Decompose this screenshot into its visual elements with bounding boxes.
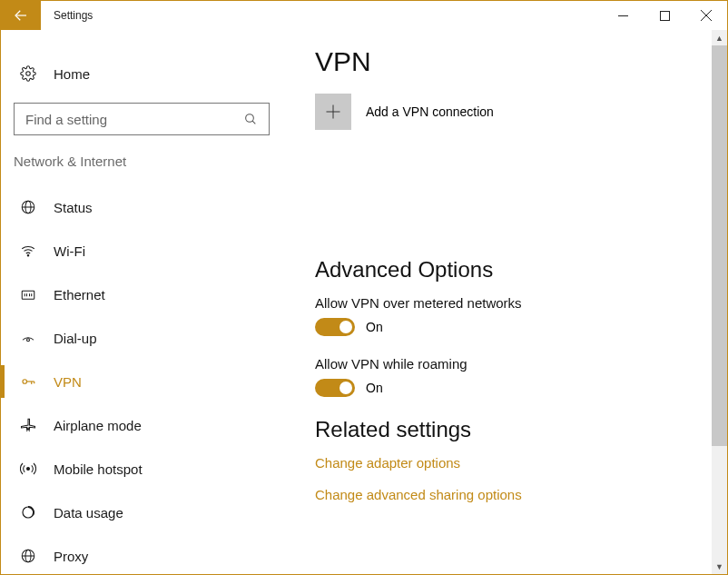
- sidebar-item-proxy[interactable]: Proxy: [1, 534, 282, 575]
- add-vpn-button[interactable]: Add a VPN connection: [315, 94, 705, 130]
- back-arrow-icon: [13, 7, 29, 24]
- plus-icon: [315, 94, 351, 130]
- search-input[interactable]: [24, 111, 241, 128]
- scroll-down-button[interactable]: ▼: [712, 559, 727, 574]
- close-button[interactable]: [685, 1, 727, 30]
- sidebar-home-label: Home: [54, 66, 90, 82]
- sidebar-item-dial-up[interactable]: Dial-up: [1, 316, 282, 360]
- sidebar-home[interactable]: Home: [1, 52, 282, 95]
- sidebar-item-ethernet[interactable]: Ethernet: [1, 273, 282, 316]
- content-area: VPN Add a VPN connection Advanced Option…: [282, 30, 727, 574]
- option-label: Allow VPN over metered networks: [315, 295, 705, 311]
- toggle-state-text: On: [366, 320, 383, 334]
- sidebar-item-label: Wi-Fi: [54, 243, 85, 259]
- svg-rect-12: [22, 291, 34, 299]
- sidebar-item-label: Mobile hotspot: [54, 461, 143, 477]
- option-label: Allow VPN while roaming: [315, 356, 705, 372]
- sidebar-category-label: Network & Internet: [1, 154, 282, 169]
- sidebar-item-mobile-hotspot[interactable]: Mobile hotspot: [1, 447, 282, 491]
- window-controls: [602, 1, 727, 30]
- toggle-state-text: On: [366, 381, 383, 395]
- sidebar-item-label: Data usage: [54, 505, 123, 520]
- sidebar-item-data-usage[interactable]: Data usage: [1, 491, 282, 534]
- scrollbar-track[interactable]: [712, 45, 727, 559]
- sidebar-item-label: VPN: [54, 374, 82, 390]
- svg-line-7: [252, 121, 255, 124]
- related-link[interactable]: Change advanced sharing options: [315, 487, 705, 502]
- add-vpn-label: Add a VPN connection: [366, 104, 494, 119]
- related-settings-heading: Related settings: [315, 417, 705, 442]
- sidebar-item-airplane-mode[interactable]: Airplane mode: [1, 403, 282, 447]
- back-button[interactable]: [1, 1, 41, 30]
- gear-icon: [19, 64, 37, 83]
- scrollbar-thumb[interactable]: [712, 45, 727, 446]
- sidebar-nav: StatusWi-FiEthernetDial-upVPNAirplane mo…: [1, 185, 282, 575]
- svg-point-21: [27, 468, 30, 471]
- sidebar-item-label: Proxy: [54, 549, 88, 564]
- sidebar-item-status[interactable]: Status: [1, 185, 282, 229]
- maximize-icon: [660, 11, 670, 21]
- close-icon: [701, 10, 712, 21]
- dialup-icon: [19, 329, 37, 347]
- titlebar-drag-area[interactable]: [93, 1, 602, 30]
- search-icon: [241, 110, 260, 128]
- sidebar-item-label: Ethernet: [54, 287, 105, 302]
- vpn-icon: [19, 372, 37, 391]
- sidebar-item-label: Airplane mode: [54, 418, 142, 433]
- minimize-button[interactable]: [602, 1, 644, 30]
- toggle-switch[interactable]: [315, 379, 355, 397]
- titlebar: Settings: [1, 1, 727, 30]
- wifi-icon: [19, 242, 37, 260]
- vertical-scrollbar[interactable]: ▲ ▼: [712, 30, 727, 574]
- scroll-up-button[interactable]: ▲: [712, 30, 727, 45]
- window-title: Settings: [41, 1, 93, 30]
- sidebar-item-label: Dial-up: [54, 331, 97, 346]
- svg-point-20: [23, 380, 27, 384]
- hotspot-icon: [19, 460, 37, 478]
- search-box[interactable]: [14, 103, 270, 135]
- datausage-icon: [19, 503, 37, 521]
- sidebar-item-label: Status: [54, 200, 93, 215]
- svg-rect-2: [660, 11, 669, 20]
- sidebar-item-vpn[interactable]: VPN: [1, 360, 282, 403]
- related-link[interactable]: Change adapter options: [315, 455, 705, 471]
- advanced-options-heading: Advanced Options: [315, 257, 705, 283]
- globe-icon: [19, 198, 37, 216]
- svg-point-11: [27, 255, 29, 257]
- svg-point-6: [246, 114, 254, 123]
- svg-point-5: [26, 72, 31, 76]
- toggle-switch[interactable]: [315, 318, 355, 336]
- airplane-icon: [19, 416, 37, 434]
- ethernet-icon: [19, 285, 37, 303]
- sidebar-item-wi-fi[interactable]: Wi-Fi: [1, 229, 282, 273]
- page-title: VPN: [315, 46, 705, 77]
- maximize-button[interactable]: [644, 1, 685, 30]
- svg-point-17: [27, 339, 30, 342]
- minimize-icon: [618, 11, 628, 21]
- sidebar: Home Network & Internet StatusWi-FiEther…: [1, 30, 282, 574]
- proxy-icon: [19, 547, 37, 565]
